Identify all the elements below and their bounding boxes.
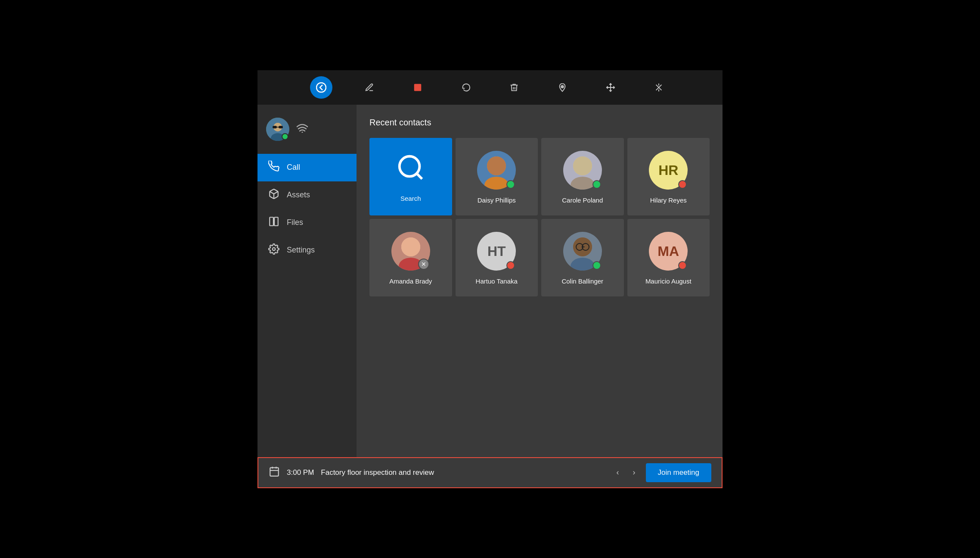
sidebar-item-assets[interactable]: Assets <box>257 181 357 209</box>
settings-icon <box>268 243 280 257</box>
contact-card-carole[interactable]: Carole Poland <box>541 138 624 215</box>
avatar <box>266 118 289 141</box>
join-meeting-button[interactable]: Join meeting <box>646 463 711 482</box>
search-card[interactable]: Search <box>369 138 452 215</box>
files-icon <box>268 216 280 230</box>
prev-meeting-button[interactable]: ‹ <box>613 464 623 480</box>
contact-card-amanda[interactable]: ✕ Amanda Brady <box>369 219 452 296</box>
svg-point-24 <box>487 156 506 175</box>
amanda-name: Amanda Brady <box>389 277 432 285</box>
svg-rect-37 <box>270 468 279 476</box>
back-button[interactable] <box>310 76 332 99</box>
svg-point-27 <box>573 156 592 175</box>
assets-icon <box>268 188 280 202</box>
daisy-status <box>506 180 515 189</box>
meeting-bar: 3:00 PM Factory floor inspection and rev… <box>257 457 723 488</box>
pin-button[interactable] <box>648 76 670 99</box>
sidebar-item-settings[interactable]: Settings <box>257 237 357 264</box>
hartuo-status <box>506 261 515 270</box>
contact-card-mauricio[interactable]: MA Mauricio August <box>627 219 710 296</box>
wifi-icon <box>296 123 308 135</box>
contact-card-hartuo[interactable]: HT Hartuo Tanaka <box>456 219 538 296</box>
delete-button[interactable] <box>503 76 525 99</box>
toolbar <box>257 70 723 105</box>
svg-line-21 <box>416 174 422 179</box>
svg-point-32 <box>571 258 595 271</box>
hilary-avatar-wrap: HR <box>649 151 688 190</box>
mauricio-name: Mauricio August <box>645 277 692 285</box>
svg-rect-13 <box>279 126 283 128</box>
colin-name: Colin Ballinger <box>561 277 603 285</box>
undo-button[interactable] <box>455 76 477 99</box>
mauricio-status <box>678 261 687 270</box>
search-label: Search <box>400 195 421 202</box>
svg-rect-12 <box>273 126 277 128</box>
location-button[interactable] <box>551 76 574 99</box>
meeting-time: 3:00 PM <box>287 468 314 477</box>
sidebar-item-files[interactable]: Files <box>257 209 357 237</box>
svg-point-26 <box>571 177 595 190</box>
svg-rect-1 <box>414 84 422 91</box>
carole-status <box>592 180 601 189</box>
settings-label: Settings <box>287 246 315 255</box>
app-container: Call Assets <box>257 70 723 488</box>
mauricio-avatar-wrap: MA <box>649 232 688 271</box>
svg-rect-17 <box>270 217 273 226</box>
move-button[interactable] <box>599 76 622 99</box>
svg-point-3 <box>562 86 563 87</box>
daisy-name: Daisy Phillips <box>478 196 516 204</box>
svg-point-30 <box>401 237 420 256</box>
main-area: Call Assets <box>257 105 723 457</box>
colin-status <box>592 261 601 270</box>
stop-button[interactable] <box>406 76 429 99</box>
contact-card-hilary[interactable]: HR Hilary Reyes <box>627 138 710 215</box>
files-label: Files <box>287 218 303 227</box>
contact-card-daisy[interactable]: Daisy Phillips <box>456 138 538 215</box>
sidebar-item-call[interactable]: Call <box>257 154 357 181</box>
daisy-avatar-wrap <box>477 151 516 190</box>
sidebar: Call Assets <box>257 105 357 457</box>
amanda-avatar-wrap: ✕ <box>391 232 430 271</box>
calendar-icon <box>269 466 280 480</box>
carole-name: Carole Poland <box>562 196 603 204</box>
hilary-status <box>678 180 687 189</box>
colin-avatar-wrap <box>563 232 602 271</box>
user-status-dot <box>282 133 288 140</box>
svg-point-19 <box>273 247 276 250</box>
call-icon <box>268 161 280 175</box>
assets-label: Assets <box>287 190 310 200</box>
svg-point-23 <box>484 177 509 190</box>
svg-point-0 <box>316 83 326 92</box>
section-title: Recent contacts <box>369 118 710 128</box>
amanda-cancel: ✕ <box>418 259 429 270</box>
hilary-name: Hilary Reyes <box>650 196 687 204</box>
hartuo-avatar-wrap: HT <box>477 232 516 271</box>
content-area: Recent contacts Search <box>357 105 723 457</box>
svg-point-20 <box>400 156 420 177</box>
contact-card-colin[interactable]: Colin Ballinger <box>541 219 624 296</box>
contacts-grid: Search Daisy Phillip <box>369 138 710 296</box>
user-area <box>257 109 357 154</box>
svg-rect-18 <box>274 217 278 226</box>
carole-avatar-wrap <box>563 151 602 190</box>
call-label: Call <box>287 163 300 172</box>
meeting-title: Factory floor inspection and review <box>321 468 606 477</box>
search-icon <box>396 153 426 188</box>
pen-button[interactable] <box>358 76 381 99</box>
hartuo-name: Hartuo Tanaka <box>476 277 518 285</box>
next-meeting-button[interactable]: › <box>630 464 639 480</box>
